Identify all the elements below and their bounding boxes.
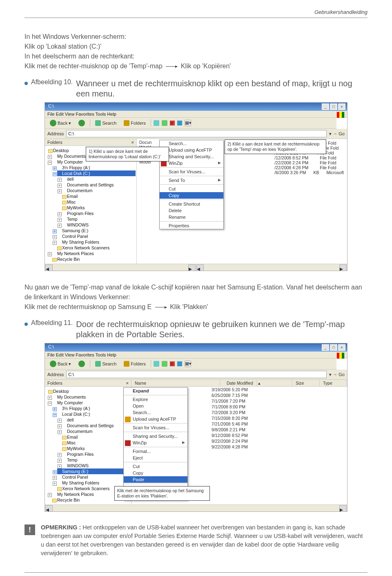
tree-item[interactable]: WINDOWS xyxy=(62,463,130,468)
tree-item[interactable]: 3½ Floppy (A:) xyxy=(57,165,136,170)
scroll-arrow-icon[interactable]: ▸ xyxy=(339,505,347,512)
maximize-button[interactable]: □ xyxy=(330,344,337,351)
menu-item[interactable]: Create Shortcut xyxy=(160,201,223,207)
tree-item[interactable]: Samsung (E:) xyxy=(57,228,136,233)
tree-item[interactable]: Temp xyxy=(62,457,130,463)
tree-item[interactable]: Control Panel xyxy=(57,474,130,480)
tree-item[interactable]: Misc xyxy=(62,440,130,446)
menu-bar[interactable]: File Edit View Favorites Tools Help xyxy=(45,352,347,359)
tree-item[interactable]: dell xyxy=(62,417,130,423)
tree-item[interactable]: Documentum xyxy=(62,188,136,193)
menu-item[interactable]: Upload using AceFTP xyxy=(124,416,187,422)
col-type[interactable]: Type xyxy=(320,380,347,386)
tree-item[interactable]: MyWorks xyxy=(62,446,130,451)
horizontal-scrollbar[interactable]: ◂▸ xyxy=(45,504,347,511)
scroll-arrow-icon[interactable]: ▸ xyxy=(188,264,196,271)
menu-item[interactable]: WinZip xyxy=(124,439,187,446)
go-button[interactable]: ▾ → Go xyxy=(329,372,345,377)
tree-item[interactable]: Control Panel xyxy=(57,233,136,239)
maximize-button[interactable]: □ xyxy=(330,103,337,110)
undo-icon[interactable] xyxy=(177,121,182,126)
tree-item[interactable]: My Computer xyxy=(52,400,130,406)
scroll-arrow-icon[interactable]: ◂ xyxy=(45,264,53,271)
tree-item[interactable]: My Documents xyxy=(52,394,130,400)
tree-item[interactable]: My Sharing Folders xyxy=(57,239,136,245)
tree-item[interactable]: Desktop xyxy=(48,388,130,394)
tree-item[interactable]: dell xyxy=(62,176,136,182)
address-input[interactable] xyxy=(66,130,327,137)
minimize-button[interactable]: _ xyxy=(322,344,329,351)
views-button[interactable]: ▦▾ xyxy=(185,361,191,367)
tree-item[interactable]: Program Files xyxy=(62,451,130,457)
menu-item-copy[interactable]: Copy xyxy=(160,192,223,199)
tree-item[interactable]: Email xyxy=(62,193,136,199)
menu-item-cut[interactable]: Cut xyxy=(124,463,187,470)
menu-item[interactable]: WinZip xyxy=(160,160,223,166)
views-button[interactable]: ▦▾ xyxy=(185,120,191,126)
menu-item[interactable]: Send To xyxy=(160,177,223,184)
search-button[interactable]: Search xyxy=(93,119,119,127)
back-button[interactable]: Back ▾ xyxy=(47,360,74,368)
menu-item[interactable]: Open xyxy=(124,403,187,409)
close-icon[interactable]: × xyxy=(126,381,129,385)
tree-item[interactable]: Documents and Settings xyxy=(62,423,130,428)
tree-item[interactable]: My Network Places xyxy=(52,251,136,256)
menu-item[interactable]: Search... xyxy=(124,409,187,416)
back-button[interactable]: Back ▾ xyxy=(47,119,74,127)
address-input[interactable] xyxy=(66,371,327,378)
menu-item[interactable]: Upload using AceFTP xyxy=(160,147,223,153)
folders-button[interactable]: Folders xyxy=(121,119,148,127)
go-button[interactable]: ▾ → Go xyxy=(329,131,345,137)
tree-item-local-disk[interactable]: Local Disk (C:) xyxy=(57,170,136,176)
menu-item-expand[interactable]: Expand xyxy=(124,388,187,394)
folders-button[interactable]: Folders xyxy=(121,360,148,368)
tree-item[interactable]: Email xyxy=(62,434,130,440)
scroll-arrow-icon[interactable]: ◂ xyxy=(45,505,53,512)
list-header[interactable]: Name Date Modified ▴ Size Type xyxy=(131,380,347,387)
menu-item[interactable]: Scan for Viruses... xyxy=(124,424,187,431)
tree-item-samsung-e[interactable]: Samsung (E:) xyxy=(57,468,130,474)
toolbar-icon[interactable] xyxy=(154,120,159,126)
col-size[interactable]: Size xyxy=(292,380,320,386)
menu-item[interactable]: Sharing and Security... xyxy=(124,433,187,439)
col-date[interactable]: Date Modified ▴ xyxy=(220,380,292,386)
menu-item[interactable]: Eject xyxy=(124,455,187,461)
menu-bar[interactable]: File Edit View Favorites Tools Help xyxy=(45,111,347,118)
tree-item[interactable]: Program Files xyxy=(62,211,136,216)
menu-item-cut[interactable]: Cut xyxy=(160,186,223,192)
tree-item[interactable]: My Sharing Folders xyxy=(57,480,130,486)
menu-item[interactable]: Properties xyxy=(160,222,223,229)
forward-button[interactable] xyxy=(76,119,87,127)
delete-icon[interactable]: ✕ xyxy=(170,361,175,366)
scroll-arrow-icon[interactable]: ▸ xyxy=(339,264,347,271)
tree-item[interactable]: Documentum xyxy=(62,428,130,434)
tree-item[interactable]: MyWorks xyxy=(62,205,136,211)
close-button[interactable]: × xyxy=(338,344,345,351)
menu-item[interactable]: Format... xyxy=(124,448,187,455)
tree-item[interactable]: Recycle Bin xyxy=(52,256,136,262)
tree-item[interactable]: Temp xyxy=(62,216,136,222)
menu-item[interactable]: Sharing and Security... xyxy=(160,153,223,160)
undo-icon[interactable] xyxy=(177,361,182,366)
menu-item[interactable]: Scan for Viruses... xyxy=(160,168,223,175)
horizontal-scrollbar[interactable]: ◂▸◂▸ xyxy=(45,264,347,271)
menu-item[interactable]: Search... xyxy=(160,140,223,147)
tree-item[interactable]: 3½ Floppy (A:) xyxy=(57,406,130,411)
tree-item[interactable]: Misc xyxy=(62,199,136,205)
col-name[interactable]: Name xyxy=(131,380,220,386)
close-icon[interactable]: × xyxy=(131,140,134,145)
menu-item[interactable]: Delete xyxy=(160,207,223,214)
minimize-button[interactable]: _ xyxy=(322,103,329,110)
scroll-arrow-icon[interactable]: ◂ xyxy=(196,264,204,271)
menu-item-copy[interactable]: Copy xyxy=(124,470,187,476)
tree-item[interactable]: Local Disk (C:) xyxy=(57,411,130,417)
toolbar-icon[interactable] xyxy=(162,361,167,367)
menu-item[interactable]: Rename xyxy=(160,214,223,220)
tree-item[interactable]: WINDOWS xyxy=(62,222,136,228)
tree-item[interactable]: Xerox Network Scanners xyxy=(57,245,136,251)
context-menu[interactable]: Expand Explore Open Search... Upload usi… xyxy=(123,387,188,500)
menu-item[interactable]: Explore xyxy=(124,396,187,403)
toolbar-icon[interactable] xyxy=(154,361,159,367)
forward-button[interactable] xyxy=(76,360,87,368)
search-button[interactable]: Search xyxy=(93,360,119,368)
